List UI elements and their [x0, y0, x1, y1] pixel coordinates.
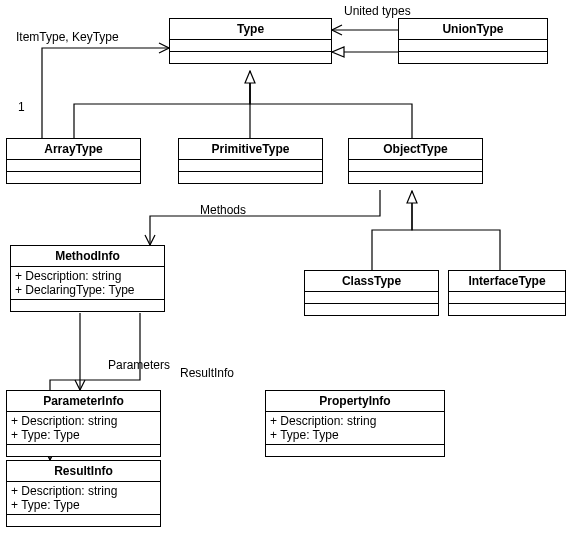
label-multiplicity-1: 1: [18, 100, 25, 114]
attr-compartment: + Description: string + Type: Type: [7, 411, 160, 444]
class-uniontype: UnionType: [398, 18, 548, 64]
class-primitivetype: PrimitiveType: [178, 138, 323, 184]
ops-compartment: [170, 51, 331, 63]
class-resultinfo: ResultInfo + Description: string + Type:…: [6, 460, 161, 527]
class-propertyinfo: PropertyInfo + Description: string + Typ…: [265, 390, 445, 457]
attr-line: + Description: string: [11, 484, 156, 498]
attr-line: + Description: string: [11, 414, 156, 428]
attr-line: + Type: Type: [11, 498, 156, 512]
ops-compartment: [449, 303, 565, 315]
attr-compartment: + Description: string + Type: Type: [266, 411, 444, 444]
label-parameters: Parameters: [108, 358, 170, 372]
attr-line: + Type: Type: [11, 428, 156, 442]
attr-line: + Description: string: [15, 269, 160, 283]
ops-compartment: [7, 171, 140, 183]
class-title: PropertyInfo: [266, 391, 444, 411]
attr-compartment: [305, 291, 438, 303]
ops-compartment: [399, 51, 547, 63]
attr-compartment: [449, 291, 565, 303]
attr-line: + Description: string: [270, 414, 440, 428]
class-type: Type: [169, 18, 332, 64]
label-methods: Methods: [200, 203, 246, 217]
label-itemtype-keytype: ItemType, KeyType: [16, 30, 119, 44]
attr-compartment: [349, 159, 482, 171]
class-title: UnionType: [399, 19, 547, 39]
label-united-types: United types: [344, 4, 411, 18]
class-title: ParameterInfo: [7, 391, 160, 411]
class-title: MethodInfo: [11, 246, 164, 266]
class-classtype: ClassType: [304, 270, 439, 316]
class-objecttype: ObjectType: [348, 138, 483, 184]
class-title: InterfaceType: [449, 271, 565, 291]
class-arraytype: ArrayType: [6, 138, 141, 184]
class-title: Type: [170, 19, 331, 39]
ops-compartment: [305, 303, 438, 315]
attr-compartment: + Description: string + Type: Type: [7, 481, 160, 514]
attr-compartment: [7, 159, 140, 171]
class-title: ResultInfo: [7, 461, 160, 481]
ops-compartment: [7, 514, 160, 526]
class-title: ArrayType: [7, 139, 140, 159]
class-parameterinfo: ParameterInfo + Description: string + Ty…: [6, 390, 161, 457]
class-title: ClassType: [305, 271, 438, 291]
attr-compartment: + Description: string + DeclaringType: T…: [11, 266, 164, 299]
class-interfacetype: InterfaceType: [448, 270, 566, 316]
class-title: PrimitiveType: [179, 139, 322, 159]
attr-compartment: [179, 159, 322, 171]
attr-compartment: [170, 39, 331, 51]
ops-compartment: [7, 444, 160, 456]
ops-compartment: [11, 299, 164, 311]
attr-line: + DeclaringType: Type: [15, 283, 160, 297]
attr-compartment: [399, 39, 547, 51]
ops-compartment: [349, 171, 482, 183]
class-title: ObjectType: [349, 139, 482, 159]
ops-compartment: [266, 444, 444, 456]
ops-compartment: [179, 171, 322, 183]
label-resultinfo: ResultInfo: [180, 366, 234, 380]
class-methodinfo: MethodInfo + Description: string + Decla…: [10, 245, 165, 312]
attr-line: + Type: Type: [270, 428, 440, 442]
